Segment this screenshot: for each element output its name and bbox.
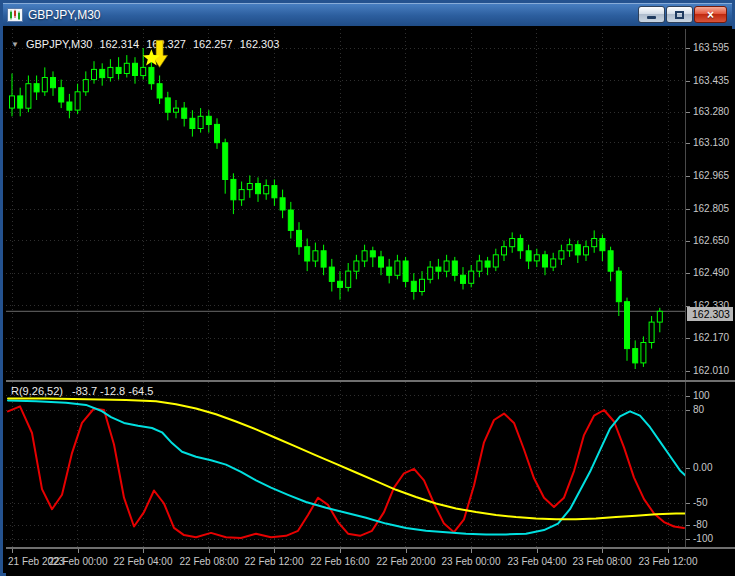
time-axis-tick xyxy=(537,549,538,553)
indicator-axis-tick xyxy=(686,396,690,397)
time-axis-tick xyxy=(274,549,275,553)
time-axis-label: 22 Feb 12:00 xyxy=(245,556,304,567)
price-axis-tick xyxy=(686,143,690,144)
candles-layer xyxy=(10,48,663,369)
window-title: GBPJPY,M30 xyxy=(28,8,100,22)
price-axis-tick xyxy=(686,48,690,49)
minimize-icon xyxy=(647,16,656,19)
indicator-lines-layer xyxy=(8,399,685,539)
time-axis-tick xyxy=(471,549,472,553)
indicator-axis-label: 80 xyxy=(693,404,704,415)
indicator-axis-tick xyxy=(686,539,690,540)
price-chart-svg[interactable] xyxy=(6,29,685,380)
mt4-chart-window: GBPJPY,M30 × ▼ GBPJPY,M30 162.314 162.32… xyxy=(0,0,735,576)
price-axis-tick xyxy=(686,81,690,82)
close-button[interactable]: × xyxy=(694,6,727,23)
price-axis-tick xyxy=(686,176,690,177)
time-axis-label: 23 Feb 08:00 xyxy=(573,556,632,567)
price-axis-tick xyxy=(686,209,690,210)
price-axis-tick xyxy=(686,371,690,372)
price-axis-label: 163.130 xyxy=(693,137,729,148)
time-axis[interactable]: 21 Feb 202322 Feb 00:0022 Feb 04:0022 Fe… xyxy=(6,549,735,576)
price-axis-tick xyxy=(686,273,690,274)
indicator-axis-label: 100 xyxy=(693,390,710,401)
time-axis-tick xyxy=(209,549,210,553)
window-titlebar[interactable]: GBPJPY,M30 × xyxy=(3,3,732,26)
indicator-axis[interactable]: 100800.00-50-80-100 xyxy=(685,382,735,547)
time-axis-tick xyxy=(78,549,79,553)
time-axis-tick xyxy=(602,549,603,553)
main-grid-layer xyxy=(6,29,685,380)
time-axis-tick xyxy=(340,549,341,553)
price-axis-label: 162.490 xyxy=(693,267,729,278)
price-axis-label: 162.805 xyxy=(693,203,729,214)
indicator-axis-tick xyxy=(686,525,690,526)
time-axis-tick xyxy=(12,549,13,553)
price-axis-label: 162.965 xyxy=(693,170,729,181)
price-axis-tick xyxy=(686,241,690,242)
indicator-axis-label: -80 xyxy=(693,519,707,530)
maximize-button[interactable] xyxy=(666,6,693,23)
price-axis-tick xyxy=(686,112,690,113)
time-axis-tick xyxy=(668,549,669,553)
price-chart-pane[interactable]: ▼ GBPJPY,M30 162.314 162.327 162.257 162… xyxy=(6,29,685,380)
time-axis-label: 23 Feb 00:00 xyxy=(442,556,501,567)
indicator-pane[interactable]: R(9,26,52) -83.7 -12.8 -64.5 xyxy=(6,382,685,547)
annotations-layer xyxy=(143,40,168,67)
indicator-axis-tick xyxy=(686,468,690,469)
chart-window-content: ▼ GBPJPY,M30 162.314 162.327 162.257 162… xyxy=(6,29,735,576)
close-icon: × xyxy=(707,9,714,21)
indicator-axis-label: -50 xyxy=(693,497,707,508)
price-axis-label: 162.650 xyxy=(693,235,729,246)
price-axis-label: 163.280 xyxy=(693,106,729,117)
time-axis-tick xyxy=(406,549,407,553)
price-axis-label: 162.170 xyxy=(693,332,729,343)
price-axis[interactable]: 162.303 163.595163.435163.280163.130162.… xyxy=(685,29,735,380)
window-controls: × xyxy=(638,6,727,23)
price-axis-tick xyxy=(686,338,690,339)
price-axis-label: 163.595 xyxy=(693,42,729,53)
time-axis-label: 22 Feb 16:00 xyxy=(311,556,370,567)
indicator-axis-label: -100 xyxy=(693,533,713,544)
time-axis-label: 22 Feb 04:00 xyxy=(114,556,173,567)
time-axis-label: 22 Feb 00:00 xyxy=(49,556,108,567)
time-axis-label: 23 Feb 04:00 xyxy=(508,556,567,567)
indicator-axis-tick xyxy=(686,503,690,504)
price-axis-label: 163.435 xyxy=(693,75,729,86)
window-icon xyxy=(7,8,23,22)
time-axis-label: 23 Feb 12:00 xyxy=(639,556,698,567)
minimize-button[interactable] xyxy=(638,6,665,23)
indicator-grid-layer xyxy=(6,382,685,547)
time-axis-tick xyxy=(143,549,144,553)
indicator-axis-tick xyxy=(686,410,690,411)
time-axis-label: 22 Feb 20:00 xyxy=(377,556,436,567)
indicator-axis-label: 0.00 xyxy=(693,462,712,473)
time-axis-label: 22 Feb 08:00 xyxy=(180,556,239,567)
price-axis-label: 162.010 xyxy=(693,365,729,376)
maximize-icon xyxy=(675,11,684,19)
indicator-svg[interactable] xyxy=(6,382,685,547)
current-price-tag: 162.303 xyxy=(687,307,733,321)
